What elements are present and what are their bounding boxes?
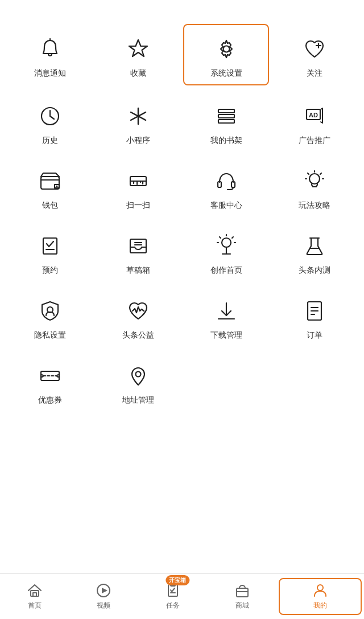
nav-item-home[interactable]: 首页 bbox=[0, 574, 69, 619]
nav-label-shop: 商城 bbox=[235, 601, 249, 610]
grid-item-wallet[interactable]: 钱包 bbox=[6, 157, 94, 216]
grid-item-scan[interactable]: 扫一扫 bbox=[94, 157, 182, 216]
grid-item-label-draft: 草稿箱 bbox=[126, 265, 150, 276]
grid-item-label-guide: 玩法攻略 bbox=[299, 200, 330, 211]
shield-icon bbox=[35, 296, 65, 326]
grid-item-follow[interactable]: 关注 bbox=[270, 23, 358, 87]
nav-icon-shop bbox=[234, 583, 250, 598]
lamp-icon bbox=[212, 231, 241, 261]
grid-item-label-wallet: 钱包 bbox=[42, 200, 58, 211]
nav-label-profile: 我的 bbox=[313, 601, 327, 610]
svg-point-16 bbox=[56, 186, 57, 187]
svg-point-21 bbox=[309, 174, 320, 184]
ticket-icon bbox=[35, 361, 65, 391]
svg-point-3 bbox=[223, 46, 229, 52]
svg-line-26 bbox=[308, 173, 309, 174]
grid-item-label-customer: 客服中心 bbox=[210, 200, 242, 211]
nav-label-task: 任务 bbox=[166, 601, 180, 610]
grid-item-coupon[interactable]: 优惠券 bbox=[6, 352, 94, 411]
grid-item-creation[interactable]: 创作首页 bbox=[182, 222, 270, 281]
grid-item-favorites[interactable]: 收藏 bbox=[94, 23, 182, 87]
svg-line-39 bbox=[220, 237, 221, 238]
svg-text:AD: AD bbox=[309, 112, 318, 118]
svg-rect-10 bbox=[218, 109, 234, 113]
page-title bbox=[0, 0, 364, 23]
svg-point-33 bbox=[222, 238, 231, 247]
nav-item-task[interactable]: 开宝箱 任务 bbox=[138, 574, 208, 619]
grid-item-notification[interactable]: 消息通知 bbox=[6, 23, 94, 87]
grid-item-label-order: 订单 bbox=[307, 330, 322, 341]
grid-item-label-address: 地址管理 bbox=[122, 395, 154, 405]
checklist-icon bbox=[35, 231, 65, 261]
grid-item-reservation[interactable]: 预约 bbox=[6, 222, 94, 281]
clock-icon bbox=[35, 101, 65, 131]
svg-point-52 bbox=[135, 372, 140, 377]
grid-container: 消息通知 收藏 系统设置 关注 历史 小程序 我的书架 AD 广告推广 bbox=[0, 23, 364, 411]
grid-item-label-favorites: 收藏 bbox=[130, 68, 146, 79]
grid-item-label-ad: 广告推广 bbox=[299, 136, 330, 146]
grid-item-label-notification: 消息通知 bbox=[34, 68, 66, 79]
grid-item-beta[interactable]: 头条内测 bbox=[270, 222, 358, 281]
ad-icon: AD bbox=[300, 101, 329, 131]
nav-label-home: 首页 bbox=[28, 601, 42, 610]
headset-icon bbox=[212, 166, 241, 196]
grid-item-label-history: 历史 bbox=[42, 136, 58, 146]
location-icon bbox=[123, 361, 153, 391]
svg-rect-60 bbox=[237, 588, 248, 597]
task-badge: 开宝箱 bbox=[166, 575, 189, 585]
grid-item-privacy[interactable]: 隐私设置 bbox=[6, 287, 94, 346]
grid-item-label-download: 下载管理 bbox=[210, 330, 242, 341]
grid-item-settings[interactable]: 系统设置 bbox=[183, 24, 269, 85]
nav-icon-profile bbox=[312, 583, 328, 598]
grid-item-bookshelf[interactable]: 我的书架 bbox=[182, 92, 270, 151]
asterisk-icon bbox=[123, 101, 153, 131]
bottom-nav: 首页 视频开宝箱 任务 商城 我的 bbox=[0, 573, 364, 619]
grid-item-label-follow: 关注 bbox=[307, 68, 322, 79]
grid-item-address[interactable]: 地址管理 bbox=[94, 352, 182, 411]
grid-item-order[interactable]: 订单 bbox=[270, 287, 358, 346]
grid-item-label-scan: 扫一扫 bbox=[126, 200, 150, 211]
star-icon bbox=[123, 34, 153, 64]
bookshelf-icon bbox=[212, 101, 241, 131]
grid-item-label-reservation: 预约 bbox=[42, 265, 58, 276]
wallet-icon bbox=[35, 166, 65, 196]
svg-marker-2 bbox=[129, 40, 147, 56]
svg-rect-30 bbox=[130, 239, 146, 253]
grid-item-history[interactable]: 历史 bbox=[6, 92, 94, 151]
bell-icon bbox=[35, 34, 65, 64]
nav-item-profile[interactable]: 我的 bbox=[279, 578, 362, 615]
grid-item-download[interactable]: 下载管理 bbox=[182, 287, 270, 346]
grid-item-charity[interactable]: 头条公益 bbox=[94, 287, 182, 346]
nav-icon-video bbox=[96, 583, 111, 598]
gear-icon bbox=[212, 34, 241, 64]
nav-icon-home bbox=[27, 583, 43, 598]
grid-item-draft[interactable]: 草稿箱 bbox=[94, 222, 182, 281]
grid-item-miniprogram[interactable]: 小程序 bbox=[94, 92, 182, 151]
scan-icon bbox=[123, 166, 153, 196]
grid-item-label-charity: 头条公益 bbox=[122, 330, 154, 341]
grid-item-ad[interactable]: AD 广告推广 bbox=[270, 92, 358, 151]
svg-line-37 bbox=[232, 237, 233, 238]
svg-rect-11 bbox=[218, 114, 234, 118]
grid-item-label-settings: 系统设置 bbox=[210, 68, 242, 79]
grid-item-guide[interactable]: 玩法攻略 bbox=[270, 157, 358, 216]
svg-rect-54 bbox=[33, 593, 36, 596]
svg-marker-56 bbox=[102, 588, 107, 593]
inbox-icon bbox=[123, 231, 153, 261]
nav-item-shop[interactable]: 商城 bbox=[208, 574, 277, 619]
grid-item-label-miniprogram: 小程序 bbox=[126, 136, 150, 146]
svg-rect-12 bbox=[218, 120, 234, 123]
grid-item-label-beta: 头条内测 bbox=[299, 265, 330, 276]
grid-item-label-privacy: 隐私设置 bbox=[34, 330, 66, 341]
nav-item-video[interactable]: 视频 bbox=[69, 574, 139, 619]
download-icon bbox=[212, 296, 241, 326]
heart-beats-icon bbox=[123, 296, 153, 326]
grid-item-label-coupon: 优惠券 bbox=[38, 395, 62, 405]
svg-point-62 bbox=[317, 585, 323, 591]
svg-line-24 bbox=[320, 173, 321, 174]
flask-icon bbox=[300, 231, 329, 261]
nav-label-video: 视频 bbox=[97, 601, 110, 610]
grid-item-label-bookshelf: 我的书架 bbox=[210, 136, 242, 146]
grid-item-customer[interactable]: 客服中心 bbox=[182, 157, 270, 216]
svg-rect-15 bbox=[41, 177, 59, 189]
